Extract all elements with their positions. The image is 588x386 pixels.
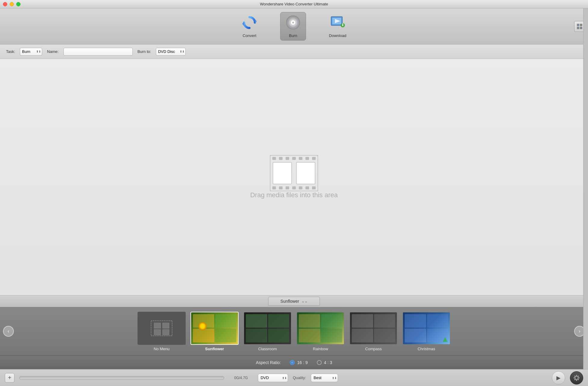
name-input[interactable]	[63, 48, 133, 56]
theme-thumb-sunflower	[190, 312, 239, 345]
theme-label-christmas: Christmas	[418, 347, 435, 351]
menu-tab[interactable]: Sunflower ⌄⌄	[268, 297, 320, 306]
svg-rect-38	[154, 329, 161, 335]
theme-label-classroom: Classroom	[258, 347, 277, 351]
quality-select-wrapper: Best High Medium Low ⬆⬇	[311, 374, 338, 382]
burn-icon	[285, 15, 301, 32]
burn-to-select[interactable]: DVD Disc Blu-ray Disc DVD Folder ISO Fil…	[156, 48, 186, 56]
convert-label: Convert	[243, 33, 256, 38]
svg-rect-15	[580, 27, 582, 29]
theme-item-sunflower[interactable]: Sunflower	[190, 312, 239, 351]
menu-selector: Sunflower ⌄⌄	[0, 295, 588, 307]
add-button[interactable]: +	[5, 373, 14, 383]
svg-point-40	[575, 376, 578, 379]
toolbar: Convert	[0, 8, 588, 44]
theme-thumb-no-menu	[138, 312, 186, 345]
drop-area[interactable]: Drag media files into this area	[0, 108, 588, 246]
task-select[interactable]: Burn Convert	[20, 48, 42, 56]
convert-icon	[242, 15, 257, 32]
theme-thumb-christmas	[402, 312, 450, 345]
svg-rect-34	[296, 162, 315, 184]
svg-rect-32	[312, 186, 316, 189]
theme-gallery: ‹ No Menu	[0, 307, 588, 355]
theme-item-classroom[interactable]: Classroom	[243, 312, 292, 351]
svg-rect-26	[272, 186, 276, 189]
aspect-ratio-4-3-label: 4 : 3	[324, 360, 332, 365]
burn-label: Burn	[289, 33, 297, 38]
svg-rect-20	[279, 157, 283, 160]
options-bar: Task: Burn Convert ⬆⬇ Name: Burn to: DVD…	[0, 44, 588, 59]
theme-thumb-rainbow	[296, 312, 345, 345]
svg-rect-36	[154, 323, 161, 328]
svg-point-44	[578, 377, 580, 378]
title-bar: Wondershare Video Converter Ultimate	[0, 0, 588, 8]
menu-tab-label: Sunflower	[280, 299, 299, 304]
theme-item-no-menu[interactable]: No Menu	[138, 312, 186, 351]
drop-text: Drag media files into this area	[250, 191, 338, 199]
download-tab[interactable]: Download	[324, 12, 351, 40]
dvd-select-wrapper: DVD Blu-ray ⬆⬇	[258, 374, 288, 382]
svg-point-47	[574, 379, 576, 380]
quality-label: Quality:	[293, 375, 306, 380]
minimize-button[interactable]	[10, 2, 14, 6]
burn-tab[interactable]: Burn	[280, 12, 306, 41]
theme-label-no-menu: No Menu	[154, 347, 170, 351]
theme-thumb-classroom	[243, 312, 292, 345]
aspect-ratio-16-9-label: 16 : 9	[297, 360, 308, 365]
theme-label-sunflower: Sunflower	[205, 347, 224, 351]
gallery-prev-button[interactable]: ‹	[3, 326, 14, 337]
svg-rect-30	[299, 186, 302, 189]
aspect-ratio-16-9-radio[interactable]	[290, 360, 295, 365]
radio-inner-16-9	[291, 361, 293, 364]
play-button[interactable]: ▶	[552, 371, 565, 384]
svg-rect-22	[292, 157, 296, 160]
svg-point-42	[576, 380, 577, 381]
convert-tab[interactable]: Convert	[237, 12, 262, 40]
svg-point-4	[292, 22, 294, 23]
aspect-ratio-4-3-radio[interactable]	[317, 360, 322, 365]
settings-button[interactable]	[570, 371, 583, 384]
svg-rect-28	[286, 186, 289, 189]
svg-rect-19	[272, 157, 276, 160]
download-icon	[330, 15, 345, 32]
theme-thumb-compass	[349, 312, 398, 345]
svg-rect-29	[292, 186, 296, 189]
theme-item-rainbow[interactable]: Rainbow	[296, 312, 345, 351]
theme-label-rainbow: Rainbow	[313, 347, 328, 351]
add-icon: +	[8, 374, 11, 381]
svg-rect-11	[342, 23, 343, 25]
menu-expand-icon: ⌄⌄	[302, 299, 308, 303]
maximize-button[interactable]	[16, 2, 20, 6]
svg-rect-14	[577, 27, 579, 29]
close-button[interactable]	[3, 2, 7, 6]
svg-rect-24	[305, 157, 309, 160]
download-label: Download	[329, 33, 346, 38]
quality-select[interactable]: Best High Medium Low	[311, 374, 338, 382]
aspect-ratio-4-3-group: 4 : 3	[317, 360, 332, 365]
svg-rect-25	[312, 157, 316, 160]
aspect-ratio-label: Aspect Ratio:	[256, 360, 281, 365]
burn-to-select-wrapper: DVD Disc Blu-ray Disc DVD Folder ISO Fil…	[156, 48, 186, 56]
svg-rect-37	[162, 323, 169, 328]
task-label: Task:	[6, 49, 15, 54]
progress-text: 0G/4.7G	[229, 376, 253, 380]
scrollbar[interactable]	[583, 8, 588, 369]
bottom-bar: + 0G/4.7G DVD Blu-ray ⬆⬇ Quality: Best H…	[0, 369, 588, 386]
main-content: Drag media files into this area	[0, 59, 588, 295]
svg-point-46	[578, 379, 579, 380]
svg-rect-31	[305, 186, 309, 189]
theme-item-compass[interactable]: Compass	[349, 312, 398, 351]
svg-point-41	[576, 375, 577, 376]
svg-rect-13	[580, 24, 582, 26]
theme-label-compass: Compass	[365, 347, 382, 351]
burn-to-label: Burn to:	[138, 49, 151, 54]
svg-point-48	[578, 375, 579, 377]
svg-point-45	[574, 375, 576, 377]
svg-rect-33	[273, 162, 292, 184]
svg-rect-21	[286, 157, 289, 160]
aspect-ratio-16-9-group: 16 : 9	[290, 360, 308, 365]
dvd-select[interactable]: DVD Blu-ray	[258, 374, 288, 382]
task-select-wrapper: Burn Convert ⬆⬇	[20, 48, 42, 56]
theme-item-christmas[interactable]: Christmas	[402, 312, 450, 351]
svg-point-43	[574, 377, 575, 378]
